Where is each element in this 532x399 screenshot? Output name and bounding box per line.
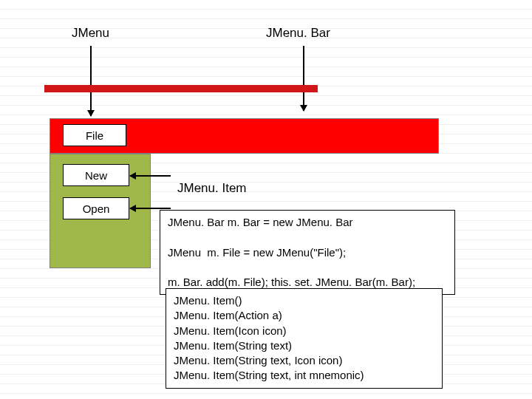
label-jmenubar: JMenu. Bar: [266, 26, 330, 41]
arrow-jmenu-to-file: [90, 46, 92, 116]
code-snippet-menubar: JMenu. Bar m. Bar = new JMenu. Bar JMenu…: [160, 210, 455, 295]
diagram-stage: JMenu JMenu. Bar File New Open JMenu. It…: [0, 0, 532, 399]
code-snippet-menuitem-ctors: JMenu. Item() JMenu. Item(Action a) JMen…: [166, 288, 443, 389]
red-divider: [44, 85, 318, 92]
label-jmenuitem: JMenu. Item: [177, 181, 247, 196]
arrow-to-open: [130, 208, 171, 209]
label-jmenu: JMenu: [72, 26, 109, 41]
menuitem-open[interactable]: Open: [63, 197, 129, 219]
arrow-to-new: [130, 175, 171, 177]
menuitem-new[interactable]: New: [63, 164, 129, 186]
arrow-jmenubar-to-bar: [303, 46, 304, 111]
menu-file[interactable]: File: [63, 124, 126, 146]
